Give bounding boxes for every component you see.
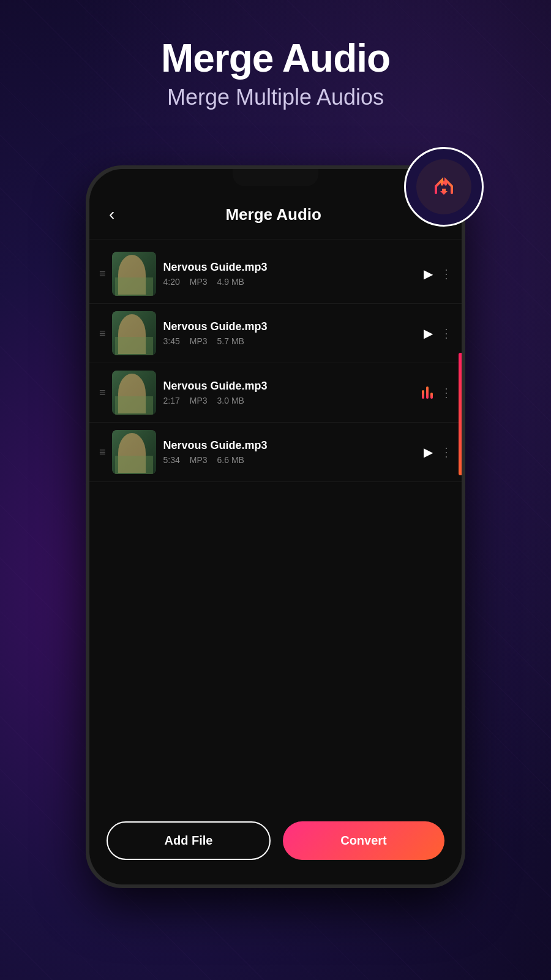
header-section: Merge Audio Merge Multiple Audios bbox=[0, 37, 551, 110]
track-duration: 5:34 bbox=[163, 455, 180, 465]
merge-icon bbox=[429, 172, 459, 202]
drag-handle-icon[interactable]: ≡ bbox=[99, 447, 105, 458]
list-item[interactable]: ≡ Nervous Guide.mp3 5:34 MP3 6.6 MB ▶ bbox=[89, 423, 462, 482]
convert-button[interactable]: Convert bbox=[283, 821, 444, 860]
play-button[interactable]: ▶ bbox=[424, 445, 433, 459]
track-meta: 4:20 MP3 4.9 MB bbox=[163, 277, 416, 287]
track-name: Nervous Guide.mp3 bbox=[163, 320, 416, 333]
track-name: Nervous Guide.mp3 bbox=[163, 380, 414, 393]
track-actions: ▶ ⋮ bbox=[424, 326, 452, 341]
phone-screen: ‹ Merge Audio ≡ Nervous Guide.mp3 4:20 M… bbox=[89, 169, 462, 884]
list-item[interactable]: ≡ Nervous Guide.mp3 4:20 MP3 4.9 MB ▶ bbox=[89, 244, 462, 304]
merge-fab-button[interactable] bbox=[404, 147, 484, 227]
playing-indicator-icon[interactable] bbox=[422, 386, 433, 399]
more-options-button[interactable]: ⋮ bbox=[440, 445, 452, 459]
track-info: Nervous Guide.mp3 5:34 MP3 6.6 MB bbox=[163, 439, 416, 465]
eq-bar-2 bbox=[426, 386, 429, 399]
more-options-button[interactable]: ⋮ bbox=[440, 326, 452, 341]
track-thumbnail bbox=[112, 252, 156, 296]
track-name: Nervous Guide.mp3 bbox=[163, 439, 416, 452]
track-format: MP3 bbox=[190, 336, 208, 346]
track-thumbnail bbox=[112, 430, 156, 474]
drag-handle-icon[interactable]: ≡ bbox=[99, 328, 105, 339]
phone-frame: ‹ Merge Audio ≡ Nervous Guide.mp3 4:20 M… bbox=[86, 165, 465, 888]
play-button[interactable]: ▶ bbox=[424, 326, 433, 341]
more-options-button[interactable]: ⋮ bbox=[440, 385, 452, 400]
track-actions: ▶ ⋮ bbox=[424, 445, 452, 459]
track-format: MP3 bbox=[190, 396, 208, 405]
track-size: 5.7 MB bbox=[217, 336, 244, 346]
track-list: ≡ Nervous Guide.mp3 4:20 MP3 4.9 MB ▶ bbox=[89, 239, 462, 807]
track-info: Nervous Guide.mp3 2:17 MP3 3.0 MB bbox=[163, 380, 414, 405]
track-format: MP3 bbox=[190, 455, 208, 465]
track-size: 3.0 MB bbox=[217, 396, 244, 405]
track-meta: 5:34 MP3 6.6 MB bbox=[163, 455, 416, 465]
track-info: Nervous Guide.mp3 3:45 MP3 5.7 MB bbox=[163, 320, 416, 346]
track-meta: 2:17 MP3 3.0 MB bbox=[163, 396, 414, 405]
drag-handle-icon[interactable]: ≡ bbox=[99, 268, 105, 279]
drag-handle-icon[interactable]: ≡ bbox=[99, 387, 105, 398]
track-info: Nervous Guide.mp3 4:20 MP3 4.9 MB bbox=[163, 261, 416, 287]
phone-mockup: ‹ Merge Audio ≡ Nervous Guide.mp3 4:20 M… bbox=[86, 165, 465, 888]
track-size: 6.6 MB bbox=[217, 455, 244, 465]
track-actions: ▶ ⋮ bbox=[424, 266, 452, 281]
track-thumbnail bbox=[112, 371, 156, 415]
play-button[interactable]: ▶ bbox=[424, 266, 433, 281]
phone-notch bbox=[233, 169, 318, 186]
track-actions: ⋮ bbox=[422, 385, 452, 400]
track-size: 4.9 MB bbox=[217, 277, 244, 287]
app-bar-title: Merge Audio bbox=[124, 205, 422, 224]
list-item[interactable]: ≡ Nervous Guide.mp3 3:45 MP3 5.7 MB ▶ bbox=[89, 304, 462, 363]
side-accent bbox=[459, 353, 462, 475]
track-thumbnail bbox=[112, 311, 156, 355]
more-options-button[interactable]: ⋮ bbox=[440, 266, 452, 281]
page-subtitle: Merge Multiple Audios bbox=[0, 85, 551, 110]
eq-bar-1 bbox=[422, 390, 424, 399]
eq-bar-3 bbox=[430, 393, 433, 399]
track-format: MP3 bbox=[190, 277, 208, 287]
bottom-action-bar: Add File Convert bbox=[89, 807, 462, 884]
add-file-button[interactable]: Add File bbox=[107, 821, 271, 860]
list-item[interactable]: ≡ Nervous Guide.mp3 2:17 MP3 3.0 MB bbox=[89, 363, 462, 423]
track-duration: 3:45 bbox=[163, 336, 180, 346]
page-title: Merge Audio bbox=[0, 37, 551, 80]
back-button[interactable]: ‹ bbox=[104, 200, 119, 229]
track-name: Nervous Guide.mp3 bbox=[163, 261, 416, 274]
track-duration: 4:20 bbox=[163, 277, 180, 287]
track-meta: 3:45 MP3 5.7 MB bbox=[163, 336, 416, 346]
track-duration: 2:17 bbox=[163, 396, 180, 405]
merge-icon-inner bbox=[416, 159, 471, 214]
